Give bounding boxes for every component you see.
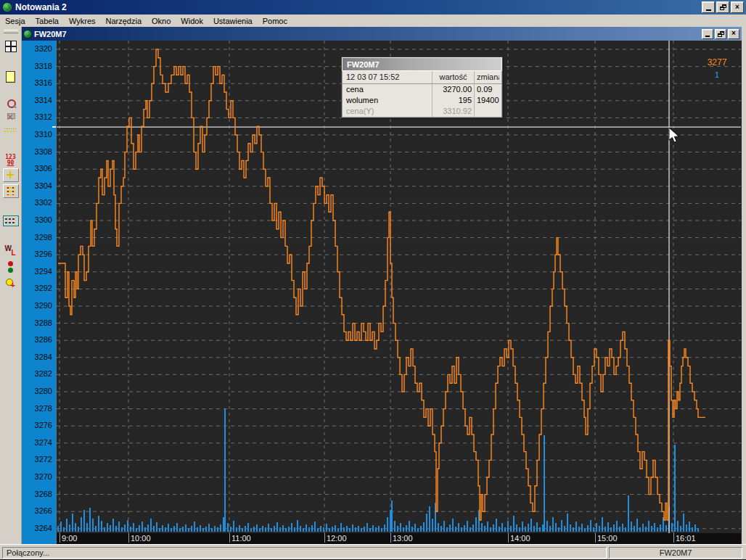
volume-bar bbox=[179, 528, 181, 532]
volume-bar bbox=[66, 519, 67, 532]
menu-item-ustawienia[interactable]: Ustawienia bbox=[208, 16, 258, 26]
volume-bar bbox=[291, 523, 292, 532]
x-tick-mark bbox=[324, 533, 325, 543]
volume-bar bbox=[314, 522, 316, 532]
row-label: cena bbox=[343, 84, 432, 95]
volume-bar bbox=[98, 516, 99, 532]
volume-bar bbox=[645, 527, 647, 532]
volume-bar bbox=[651, 526, 652, 532]
volume-bar bbox=[458, 523, 459, 532]
volume-bar bbox=[378, 526, 380, 532]
crosshair-tool-icon[interactable] bbox=[3, 168, 19, 182]
volume-bar bbox=[268, 524, 269, 532]
volume-bar bbox=[657, 527, 658, 532]
volume-bar bbox=[384, 524, 385, 532]
chart-titlebar[interactable]: FW20M7 × bbox=[22, 27, 742, 41]
volume-bar bbox=[194, 522, 195, 532]
volume-bar bbox=[297, 520, 298, 532]
volume-bar bbox=[573, 527, 574, 532]
time-axis[interactable]: 9:0010:0011:0012:0013:0014:0015:0016:01 bbox=[57, 533, 741, 544]
volume-bar bbox=[564, 526, 565, 532]
volume-bar bbox=[443, 521, 445, 532]
menu-item-narzedzia[interactable]: Narzędzia bbox=[101, 16, 147, 26]
new-chart-icon[interactable] bbox=[6, 71, 15, 83]
menu-item-sesja[interactable]: Sesja bbox=[0, 16, 30, 26]
volume-bar bbox=[188, 528, 189, 532]
minimize-button[interactable] bbox=[702, 1, 715, 13]
y-axis[interactable]: 3320331833163314331233103308330633043302… bbox=[22, 41, 57, 544]
y-tick-label: 3292 bbox=[23, 284, 52, 292]
minimize-icon bbox=[706, 9, 711, 11]
dotted-line-icon[interactable] bbox=[4, 128, 17, 133]
row-label: wolumen bbox=[343, 95, 432, 106]
y-tick-label: 3270 bbox=[23, 472, 52, 481]
window-layout-icon[interactable] bbox=[5, 41, 17, 52]
zoom-icon[interactable] bbox=[6, 99, 16, 109]
x-tick-label: 16:01 bbox=[676, 534, 696, 543]
numbers-icon[interactable]: 12390 bbox=[5, 155, 17, 167]
toolbar-drag-handle[interactable] bbox=[4, 30, 18, 33]
y-tick-label: 3282 bbox=[23, 369, 52, 378]
main-titlebar[interactable]: Notowania 2 × bbox=[0, 0, 746, 15]
y-tick-label: 3304 bbox=[23, 181, 52, 190]
wl-icon[interactable]: WL bbox=[5, 245, 17, 257]
volume-bar bbox=[642, 524, 644, 532]
chart-close-button[interactable]: × bbox=[728, 29, 739, 39]
volume-bar bbox=[549, 526, 551, 532]
volume-bar bbox=[593, 527, 594, 532]
y-tick-label: 3312 bbox=[23, 112, 52, 121]
y-tick-label: 3318 bbox=[23, 62, 52, 70]
chart-window-controls: × bbox=[702, 29, 739, 39]
volume-bar bbox=[282, 525, 284, 532]
volume-bar bbox=[510, 526, 512, 532]
volume-bar bbox=[317, 528, 319, 532]
restore-button[interactable] bbox=[716, 1, 729, 13]
volume-bar bbox=[542, 524, 544, 532]
volume-bar bbox=[361, 528, 362, 532]
levels-icon[interactable] bbox=[3, 184, 19, 198]
volume-bar bbox=[449, 524, 451, 532]
chart-minimize-button[interactable] bbox=[702, 29, 713, 39]
volume-bar bbox=[475, 517, 477, 532]
volume-bar bbox=[208, 524, 210, 532]
price-line bbox=[58, 49, 705, 520]
volume-bar bbox=[171, 528, 172, 532]
volume-bar bbox=[153, 526, 155, 532]
x-tick-mark bbox=[390, 533, 391, 543]
menu-item-okno[interactable]: Okno bbox=[147, 16, 176, 26]
volume-bar bbox=[375, 527, 377, 532]
menu-item-wykres[interactable]: Wykres bbox=[64, 16, 101, 26]
volume-bar bbox=[276, 522, 278, 532]
volume-bar bbox=[625, 527, 626, 532]
quote-tooltip: FW20M7 12 03 07 15:52 wartość zmiana cen… bbox=[341, 57, 503, 118]
volume-bar bbox=[610, 527, 612, 532]
chart-restore-button[interactable] bbox=[715, 29, 726, 39]
status-dots-icon[interactable] bbox=[8, 261, 14, 274]
volume-bar bbox=[636, 519, 638, 532]
tooltip-title: FW20M7 bbox=[342, 57, 502, 70]
volume-bar bbox=[665, 525, 667, 532]
volume-bar bbox=[519, 527, 520, 532]
add-icon[interactable]: + bbox=[6, 279, 16, 289]
menu-item-tabela[interactable]: Tabela bbox=[30, 16, 64, 26]
volume-bar bbox=[127, 520, 128, 532]
x-tick-label: 11:00 bbox=[231, 534, 251, 543]
volume-bar bbox=[329, 528, 330, 532]
volume-bar bbox=[259, 528, 261, 532]
menu-item-widok[interactable]: Widok bbox=[176, 16, 208, 26]
menubar: SesjaTabelaWykresNarzędziaOknoWidokUstaw… bbox=[0, 15, 746, 28]
close-button[interactable]: × bbox=[731, 1, 744, 13]
close-icon: × bbox=[735, 4, 739, 11]
volume-bar bbox=[406, 525, 407, 532]
last-price-label: 3277 bbox=[701, 57, 733, 67]
menu-item-pomoc[interactable]: Pomoc bbox=[258, 16, 292, 26]
table-icon[interactable] bbox=[3, 215, 19, 226]
volume-bar bbox=[191, 526, 192, 532]
volume-bar bbox=[83, 510, 85, 532]
main-window-controls: × bbox=[702, 1, 744, 13]
volume-bar bbox=[607, 522, 609, 532]
volume-bar bbox=[461, 527, 462, 532]
no-flag-icon[interactable] bbox=[6, 112, 16, 123]
volume-bar bbox=[414, 524, 416, 532]
volume-bar bbox=[95, 526, 97, 532]
